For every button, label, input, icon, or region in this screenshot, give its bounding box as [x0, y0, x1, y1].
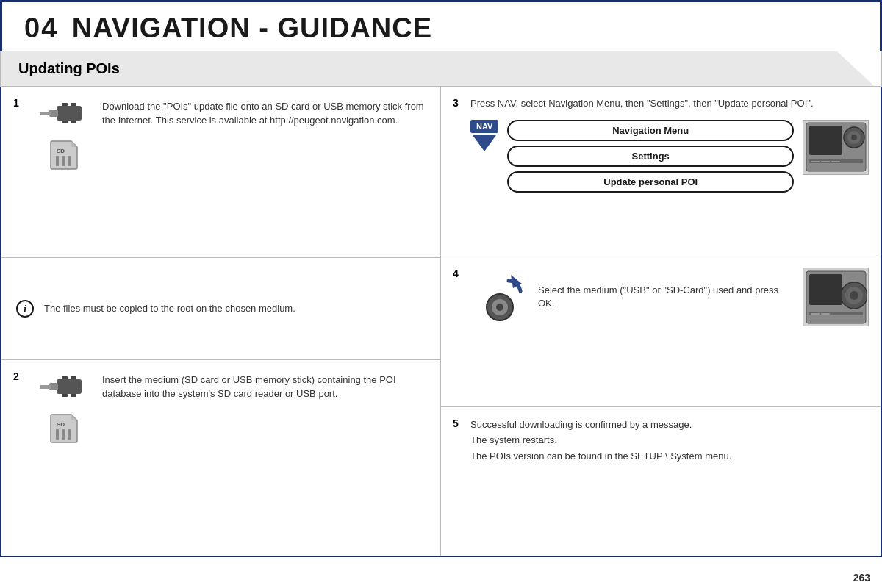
svg-rect-23	[809, 126, 842, 155]
usb-icon2	[36, 373, 91, 404]
step4-box: 4 Select the medium ("USB" or "SD-Card")…	[441, 257, 881, 406]
svg-rect-9	[68, 156, 71, 166]
device-image-step3	[803, 120, 869, 175]
svg-rect-4	[71, 103, 76, 106]
radio-device-icon	[805, 121, 867, 173]
svg-rect-5	[62, 121, 68, 123]
step1-text: Download the "POIs" update file onto an …	[102, 100, 429, 128]
nav-down-arrow	[473, 135, 496, 151]
menu-item-3[interactable]: Update personal POI	[507, 171, 794, 193]
svg-rect-36	[809, 274, 842, 305]
svg-text:SD: SD	[57, 421, 65, 428]
svg-rect-8	[62, 156, 65, 166]
step5-box: 5 Successful downloading is confirmed by…	[441, 407, 881, 556]
svg-rect-14	[62, 376, 68, 379]
svg-rect-15	[71, 376, 76, 379]
svg-rect-3	[62, 103, 68, 106]
step2-text: Insert the medium (SD card or USB memory…	[102, 373, 429, 401]
page-header: 04 NAVIGATION - GUIDANCE	[0, 0, 882, 51]
svg-rect-42	[821, 313, 830, 315]
step3-box: 3 Press NAV, select Navigation Menu, the…	[441, 87, 881, 257]
svg-rect-19	[62, 429, 65, 440]
step2-number: 2	[13, 370, 25, 382]
left-column: 1	[1, 87, 441, 556]
step4-content: Select the medium ("USB" or "SD-Card") u…	[470, 268, 869, 326]
step4-icon	[470, 268, 529, 326]
step5-line1: Successful downloading is confirmed by a…	[470, 417, 869, 432]
info-text: The files must be copied to the root on …	[44, 302, 295, 316]
svg-text:SD: SD	[57, 148, 65, 154]
chapter-number: 04	[24, 12, 58, 43]
step5-number: 5	[453, 417, 465, 429]
step5-line3: The POIs version can be found in the SET…	[470, 449, 869, 464]
svg-rect-17	[71, 394, 76, 397]
menu-item-2[interactable]: Settings	[507, 146, 794, 167]
info-icon: i	[16, 300, 34, 318]
svg-rect-2	[40, 112, 51, 115]
info-box: i The files must be copied to the root o…	[1, 258, 440, 360]
sd-icon: SD	[45, 135, 83, 173]
svg-rect-41	[811, 313, 820, 315]
step3-number: 3	[453, 97, 465, 109]
step4-text: Select the medium ("USB" or "SD-Card") u…	[538, 284, 794, 312]
page-title: NAVIGATION - GUIDANCE	[72, 12, 432, 43]
radio-device-icon2	[805, 270, 867, 325]
menu-item-1[interactable]: Navigation Menu	[507, 120, 794, 141]
usb-icon	[36, 100, 91, 131]
step4-number: 4	[453, 268, 465, 279]
main-content: 1	[0, 87, 882, 557]
svg-point-34	[496, 304, 503, 311]
svg-rect-7	[56, 156, 59, 166]
svg-rect-20	[68, 429, 71, 440]
svg-rect-16	[62, 394, 68, 397]
step5-line2: The system restarts.	[470, 433, 869, 448]
right-column: 3 Press NAV, select Navigation Menu, the…	[441, 87, 881, 556]
step3-nav-area: NAV Navigation Menu Settings Update pers…	[470, 120, 869, 193]
sd-icon2: SD	[45, 409, 83, 447]
device-image-step4	[803, 268, 869, 326]
step1-box: 1	[1, 87, 440, 258]
svg-rect-30	[831, 161, 840, 162]
menu-buttons: Navigation Menu Settings Update personal…	[507, 120, 794, 193]
step3-content: Press NAV, select Navigation Menu, then …	[470, 97, 869, 193]
step2-box: 2 SD	[1, 360, 440, 556]
svg-rect-6	[71, 121, 76, 123]
svg-point-26	[851, 135, 857, 140]
subheader-title: Updating POIs	[18, 60, 120, 76]
svg-rect-28	[811, 161, 820, 162]
ok-arrow-icon	[470, 268, 529, 326]
subheader: Updating POIs	[0, 51, 882, 87]
svg-rect-18	[56, 429, 59, 440]
svg-rect-0	[57, 106, 82, 121]
svg-rect-29	[821, 161, 830, 162]
svg-rect-11	[57, 379, 82, 394]
svg-rect-13	[40, 385, 51, 389]
nav-arrow-block: NAV	[470, 120, 498, 151]
page-number: 263	[853, 572, 870, 584]
nav-label: NAV	[470, 120, 498, 133]
step1-number: 1	[13, 97, 25, 109]
svg-point-39	[850, 291, 858, 300]
step3-text: Press NAV, select Navigation Menu, then …	[470, 97, 869, 111]
step2-icons: SD	[32, 373, 95, 447]
step5-content: Successful downloading is confirmed by a…	[470, 417, 869, 464]
step1-icons: SD	[32, 100, 95, 173]
